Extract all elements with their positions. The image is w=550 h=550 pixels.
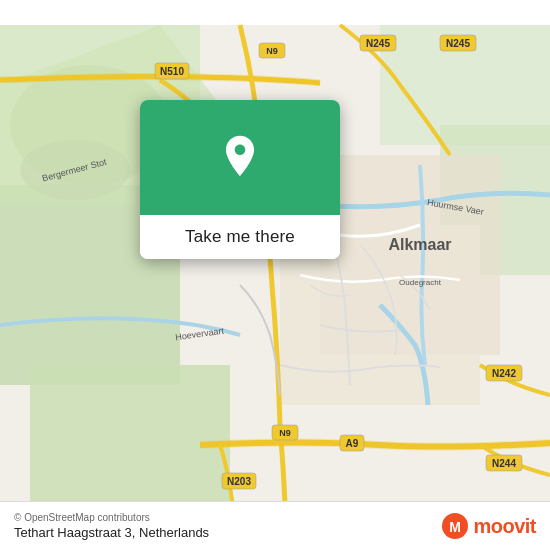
location-popup: Take me there	[140, 100, 340, 259]
osm-attribution: © OpenStreetMap contributors	[14, 512, 209, 523]
location-label: Tethart Haagstraat 3, Netherlands	[14, 525, 209, 540]
svg-text:A9: A9	[346, 438, 359, 449]
moovit-text: moovit	[473, 515, 536, 538]
svg-text:Alkmaar: Alkmaar	[388, 236, 451, 253]
svg-text:N245: N245	[366, 38, 390, 49]
bottom-left-info: © OpenStreetMap contributors Tethart Haa…	[14, 512, 209, 540]
svg-text:Oudegracht: Oudegracht	[399, 278, 442, 287]
map-background: N510 N9 N9 N245 N245 A9 N203 N242 N244	[0, 0, 550, 550]
svg-text:N203: N203	[227, 476, 251, 487]
svg-text:N9: N9	[266, 46, 278, 56]
svg-text:N242: N242	[492, 368, 516, 379]
svg-text:N510: N510	[160, 66, 184, 77]
moovit-logo: M moovit	[441, 512, 536, 540]
svg-text:N245: N245	[446, 38, 470, 49]
map-container: N510 N9 N9 N245 N245 A9 N203 N242 N244	[0, 0, 550, 550]
svg-text:M: M	[450, 519, 462, 535]
moovit-icon: M	[441, 512, 469, 540]
svg-point-34	[236, 145, 245, 154]
popup-header	[140, 100, 340, 215]
svg-text:N9: N9	[279, 428, 291, 438]
svg-text:N244: N244	[492, 458, 516, 469]
take-me-there-button[interactable]: Take me there	[140, 215, 340, 259]
location-pin-icon	[218, 134, 262, 178]
bottom-bar: © OpenStreetMap contributors Tethart Haa…	[0, 501, 550, 550]
